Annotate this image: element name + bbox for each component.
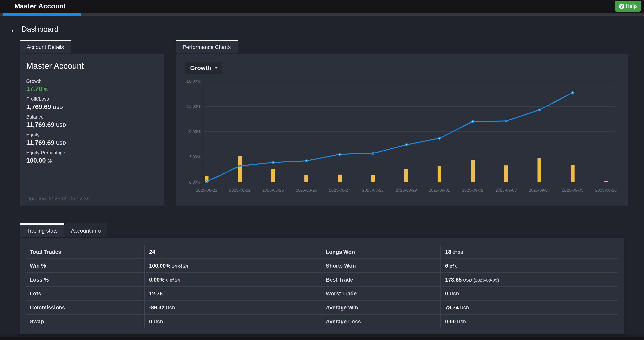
svg-text:2025-08-28: 2025-08-28 xyxy=(362,188,384,192)
stat-value: 0.00% 0 of 24 xyxy=(145,273,322,287)
stat-label: Worst Trade xyxy=(322,287,440,301)
performance-chart-panel: Growth 0.00%5.00%10.00%15.00%20.00%2025-… xyxy=(176,54,628,206)
back-to-dashboard-link[interactable]: ← Dashboard xyxy=(10,25,58,34)
metric-value: 11,769.69 xyxy=(26,139,54,146)
arrow-left-icon: ← xyxy=(10,25,18,33)
stat-label: Best Trade xyxy=(322,273,440,287)
stat-label: Loss % xyxy=(26,273,145,287)
metric-value: 1,769.69 xyxy=(26,103,51,110)
stat-value: 24 xyxy=(145,245,322,259)
stat-label: Longs Won xyxy=(322,245,440,259)
stat-value: 6 of 6 xyxy=(440,259,618,273)
svg-text:2025-08-26: 2025-08-26 xyxy=(296,188,317,192)
active-tab-indicator xyxy=(3,13,81,15)
svg-text:2025-08-21: 2025-08-21 xyxy=(196,188,217,192)
table-row: Commissions -89.32 USD Average Win 73.74… xyxy=(26,301,618,314)
metric-profit-loss: Profit/Loss 1,769.69 USD xyxy=(26,96,157,111)
metric-suffix: % xyxy=(48,158,52,164)
stat-label: Lots xyxy=(26,287,145,301)
metric-equity: Equity 11,769.69 USD xyxy=(26,132,157,146)
help-button[interactable]: ? Help xyxy=(615,1,641,11)
stat-label: Average Win xyxy=(322,301,440,314)
metric-label: Growth xyxy=(26,78,157,84)
metric-suffix: USD xyxy=(53,105,63,110)
account-title: Master Account xyxy=(26,61,157,71)
trading-stats-table: Total Trades 24 Longs Won 18 of 18 Win %… xyxy=(26,245,618,329)
stat-value: 18 of 18 xyxy=(440,245,618,259)
metric-label: Profit/Loss xyxy=(26,96,157,102)
svg-text:10.00%: 10.00% xyxy=(187,129,200,134)
stat-label: Swap xyxy=(26,314,145,328)
back-label: Dashboard xyxy=(22,25,58,34)
stat-value: 0 USD xyxy=(440,287,618,301)
svg-text:2025-09-05: 2025-09-05 xyxy=(562,188,583,192)
metric-balance: Balance 11,769.69 USD xyxy=(26,114,157,128)
top-bar: Master Account ? Help xyxy=(0,0,644,13)
metric-label: Equity xyxy=(26,132,157,138)
metric-label: Equity Percentage xyxy=(26,150,157,155)
svg-text:2025-09-02: 2025-09-02 xyxy=(462,188,484,192)
tab-account-info[interactable]: Account info xyxy=(64,224,108,237)
tab-account-details[interactable]: Account Details xyxy=(20,40,71,53)
metric-suffix: USD xyxy=(56,140,66,146)
svg-text:2025-09-01: 2025-09-01 xyxy=(429,188,450,192)
page-content: ← Dashboard Account Details Master Accou… xyxy=(0,15,644,337)
metric-value: 100.00 xyxy=(26,157,46,164)
account-details-panel: Master Account Growth 17.70 % Profit/Los… xyxy=(20,54,164,206)
stat-label: Average Loss xyxy=(322,314,440,328)
svg-text:2025-08-25: 2025-08-25 xyxy=(262,188,284,192)
window-title: Master Account xyxy=(14,0,66,13)
tab-performance-charts[interactable]: Performance Charts xyxy=(176,40,238,53)
table-row: Lots 12.76 Worst Trade 0 USD xyxy=(26,287,618,301)
svg-text:20.00%: 20.00% xyxy=(187,79,200,83)
svg-text:2025-08-27: 2025-08-27 xyxy=(329,188,350,192)
svg-text:5.00%: 5.00% xyxy=(189,155,200,159)
table-row: Swap 0 USD Average Loss 0.00 USD xyxy=(26,314,618,328)
stat-value: -89.32 USD xyxy=(145,301,322,314)
tab-strip xyxy=(0,13,644,15)
svg-text:2025-09-04: 2025-09-04 xyxy=(528,188,550,192)
stat-label: Commissions xyxy=(26,301,145,314)
stat-label: Total Trades xyxy=(26,245,145,259)
help-button-label: Help xyxy=(626,3,637,9)
svg-text:2025-09-03: 2025-09-03 xyxy=(495,188,517,192)
table-row: Total Trades 24 Longs Won 18 of 18 xyxy=(26,245,618,259)
table-row: Loss % 0.00% 0 of 24 Best Trade 173.85 U… xyxy=(26,273,618,287)
svg-text:15.00%: 15.00% xyxy=(187,104,200,109)
svg-text:0.00%: 0.00% xyxy=(189,180,200,184)
tab-bar-performance: Performance Charts xyxy=(176,40,238,53)
stat-value: 73.74 USD xyxy=(440,301,618,314)
metric-value: 11,769.69 xyxy=(26,121,54,128)
stat-value: 12.76 xyxy=(145,287,322,301)
tab-bar-account: Account Details xyxy=(20,40,71,53)
growth-chart: 0.00%5.00%10.00%15.00%20.00%2025-08-2120… xyxy=(176,54,628,206)
trading-stats-panel: Total Trades 24 Longs Won 18 of 18 Win %… xyxy=(20,238,624,337)
metric-equity-percentage: Equity Percentage 100.00 % xyxy=(26,150,157,164)
table-row: Win % 100.00% 24 of 24 Shorts Won 6 of 6 xyxy=(26,259,618,273)
stat-label: Win % xyxy=(26,259,145,273)
metric-label: Balance xyxy=(26,114,157,120)
app-window: Master Account ? Help ← Dashboard Accoun… xyxy=(0,0,644,340)
metric-value: 17.70 xyxy=(26,85,42,92)
stats-tab-bar: Trading stats Account info xyxy=(20,224,108,237)
stat-value: 100.00% 24 of 24 xyxy=(145,259,322,273)
metric-suffix: % xyxy=(44,87,48,92)
stat-value: 0.00 USD xyxy=(440,314,618,328)
tab-trading-stats[interactable]: Trading stats xyxy=(20,224,64,237)
question-circle-icon: ? xyxy=(619,3,624,9)
svg-text:2025-08-22: 2025-08-22 xyxy=(229,188,250,192)
metric-suffix: USD xyxy=(56,122,66,128)
stat-value: 0 USD xyxy=(145,314,322,328)
svg-text:2025-08-20: 2025-08-20 xyxy=(595,188,616,192)
metric-growth: Growth 17.70 % xyxy=(26,78,157,93)
bottom-edge xyxy=(0,335,644,337)
svg-text:2025-08-29: 2025-08-29 xyxy=(396,188,417,192)
stat-value: 173.85 USD (2025-09-05) xyxy=(440,273,618,287)
updated-timestamp: Updated: 2025-09-05 12:35 xyxy=(26,196,157,202)
stat-label: Shorts Won xyxy=(322,259,440,273)
